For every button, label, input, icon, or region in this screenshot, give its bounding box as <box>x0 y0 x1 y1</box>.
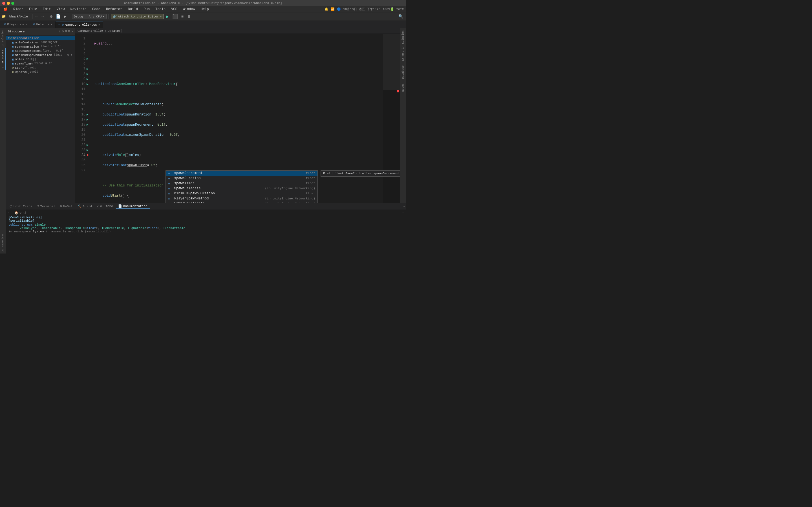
config-dropdown[interactable]: Debug | Any CPU ▾ <box>72 14 107 19</box>
tree-item-update[interactable]: ⚙ Update() :void <box>6 70 75 74</box>
btab-unit-tests[interactable]: ⬡ Unit Tests <box>7 204 35 209</box>
menu-view[interactable]: View <box>56 7 66 11</box>
pause-btn[interactable]: ⏸ <box>186 14 192 19</box>
sidebar-collapse-icon[interactable]: ⊟ <box>68 29 70 34</box>
tree-item-spawntimer[interactable]: ▣ spawnTimer :float = 0f <box>6 61 75 66</box>
menu-apple[interactable]: 🍎 <box>2 7 9 11</box>
tree-item-molecontainer[interactable]: ▣ moleContainer :GameObject <box>6 40 75 45</box>
ac-item-unspawndelegate[interactable]: ◈ UnSpawnDelegate (in UnityEngine.Networ… <box>166 201 317 203</box>
panel-tab-favorites[interactable]: 2: Favorites <box>1 232 6 253</box>
code-line-3 <box>94 61 383 66</box>
tab-close-gc[interactable]: ✕ <box>98 23 100 26</box>
menu-help[interactable]: Help <box>200 7 210 11</box>
btab-build[interactable]: 🔨 Build <box>75 204 94 209</box>
doc-forward[interactable]: → <box>11 211 13 215</box>
separator <box>32 14 33 19</box>
tab-mole-cs[interactable]: # Mole.cs ✕ <box>30 21 56 28</box>
btab-nuget[interactable]: N NuGet <box>58 204 75 209</box>
attach-unity-btn[interactable]: 🔗 Attach to Unity Editor ▾ <box>111 14 164 19</box>
ac-item-spawntimer[interactable]: ◈ spawnTimer float <box>166 181 317 186</box>
tree-item-gamecontroller[interactable]: ▼ ◇ GameController <box>6 36 75 40</box>
tab-player-cs[interactable]: # Player.cs ✕ <box>1 21 30 28</box>
forward-btn[interactable]: → <box>40 14 45 19</box>
back-btn[interactable]: ← <box>35 14 39 19</box>
doc-home[interactable]: 🏠 <box>14 211 18 215</box>
doc-settings[interactable]: ⚙ <box>19 211 21 215</box>
doc-label: Documentation <box>123 205 147 208</box>
sidebar-sort-icon[interactable]: ⇅ <box>59 29 61 34</box>
btab-documentation[interactable]: 📄 Documentation <box>116 204 150 209</box>
tree-item-spawnduration[interactable]: ▣ spawnDuration :float = 1.5f <box>6 45 75 49</box>
sidebar-close-icon[interactable]: ✕ <box>71 29 73 34</box>
close-button[interactable] <box>2 2 5 5</box>
btab-todo[interactable]: ✓ 6: TODO <box>95 204 115 209</box>
vtab-notes[interactable]: Notes <box>401 81 405 94</box>
breadcrumb-method[interactable]: Update() <box>108 29 123 33</box>
code-line-6 <box>94 92 383 97</box>
bluetooth-icon: 🔵 <box>337 7 341 11</box>
menu-refactor[interactable]: Refactor <box>105 7 123 11</box>
search-btn[interactable]: 🔍 <box>397 13 404 19</box>
tab-close-mole[interactable]: ✕ <box>51 23 52 26</box>
ac-icon5: ◈ <box>168 192 172 195</box>
menu-run[interactable]: Run <box>143 7 151 11</box>
tree-item-start[interactable]: ⚙ Start() :void <box>6 66 75 70</box>
menu-window[interactable]: Window <box>182 7 196 11</box>
chevron-down-icon2: ▾ <box>160 15 162 18</box>
method-name: Start() <box>15 66 28 69</box>
tab-gamecontroller-cs[interactable]: ✏ # GameController.cs ✕ <box>56 21 103 28</box>
vtab-database[interactable]: Database <box>401 63 405 81</box>
breadcrumb-class[interactable]: GameController <box>78 29 103 33</box>
window-controls[interactable] <box>2 2 14 5</box>
field-type: :GameObject <box>39 41 57 44</box>
menu-edit[interactable]: Edit <box>42 7 52 11</box>
field-name3: spawnDecrement <box>15 49 41 53</box>
ac-item-minspawn[interactable]: ◈ minimumSpawnDuration float <box>166 191 317 196</box>
project-icon: 📁 <box>2 14 6 18</box>
doc-filter[interactable]: ri <box>22 211 26 215</box>
ac-item-playerspawnmethod[interactable]: ◈ PlayerSpawnMethod (in UnityEngine.Netw… <box>166 196 317 201</box>
field-name: moleContainer <box>15 41 39 44</box>
menu-code[interactable]: Code <box>91 7 101 11</box>
project-name[interactable]: WhackAMole <box>7 14 30 19</box>
method-type: :void <box>28 66 36 69</box>
doc-back[interactable]: ← <box>8 211 10 215</box>
menu-file[interactable]: File <box>28 7 38 11</box>
tree-item-minspawn[interactable]: ▣ minimumSpawnDuration :float = 0.5 <box>6 53 75 57</box>
vtab-errors[interactable]: Errors in Solution <box>401 28 405 63</box>
sidebar-expand-icon[interactable]: ⊞ <box>65 29 67 34</box>
tree-item-moles[interactable]: ▣ moles :Mole[] <box>6 57 75 61</box>
run-btn[interactable]: ▶ <box>165 13 170 20</box>
build-settings-btn[interactable]: ⚙ <box>49 13 54 19</box>
run-recent-btn[interactable]: ▶ <box>63 13 67 19</box>
code-line-7: public GameObject moleContainer; <box>94 102 383 107</box>
ac-icon4: ◈ <box>168 187 172 190</box>
panel-tab-solution[interactable]: 1: Solution <box>1 28 6 48</box>
doc-signature: public struct Single <box>8 223 404 226</box>
menu-navigate[interactable]: Navigate <box>69 7 88 11</box>
menu-rider[interactable]: Rider <box>12 7 24 11</box>
ac-item-spawndecrement[interactable]: ◈ spawnDecrement float <box>166 171 317 176</box>
tab-close-player[interactable]: ✕ <box>26 23 27 26</box>
ac-type: float <box>306 172 315 175</box>
bottom-panel-options[interactable]: ⋯ <box>403 204 405 209</box>
menu-build[interactable]: Build <box>126 7 139 11</box>
ac-item-spawndelegate[interactable]: ◈ SpawnDelegate (in UnityEngine.Networki… <box>166 186 317 191</box>
minimize-button[interactable] <box>7 2 10 5</box>
menu-tools[interactable]: Tools <box>154 7 167 11</box>
minimap[interactable] <box>383 34 400 203</box>
panel-tab-structure[interactable]: 2: Structure <box>1 48 6 70</box>
build-icon: 🔨 <box>78 205 82 208</box>
ac-item-spawnduration[interactable]: ◈ spawnDuration float <box>166 176 317 181</box>
ac-icon3: ◈ <box>168 182 172 185</box>
autocomplete-dropdown[interactable]: ◈ spawnDecrement float ◈ spawnDuration f… <box>165 170 318 203</box>
menu-vcs[interactable]: VCS <box>170 7 179 11</box>
stop-btn[interactable]: ■ <box>180 14 185 19</box>
debug-btn[interactable]: ⬛ <box>171 13 179 20</box>
sidebar-filter-icon[interactable]: ⚙ <box>62 29 64 34</box>
tree-item-spawndecrement[interactable]: ▣ spawnDecrement :float = 0.1f <box>6 49 75 53</box>
ac-name5: minimumSpawnDuration <box>174 191 304 195</box>
doc-more[interactable]: ⋯ <box>402 211 404 215</box>
maximize-button[interactable] <box>11 2 14 5</box>
btab-terminal[interactable]: $ Terminal <box>35 204 57 209</box>
